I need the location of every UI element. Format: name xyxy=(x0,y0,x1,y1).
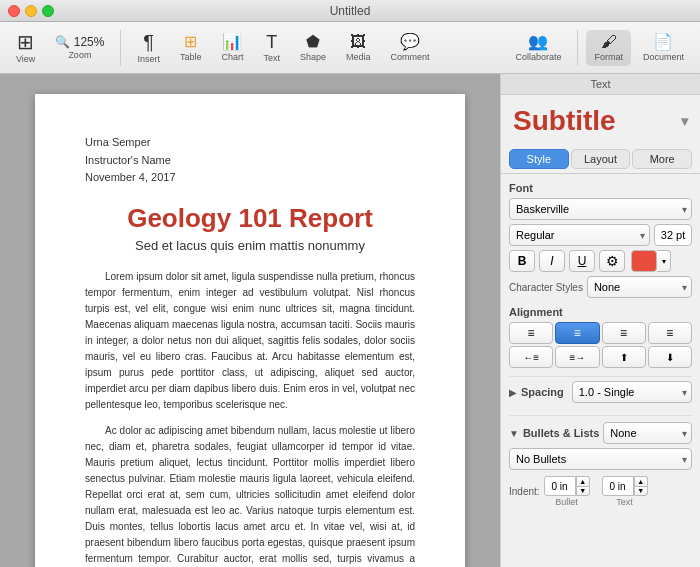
char-styles-wrapper: None xyxy=(587,276,692,298)
alignment-section: Alignment ≡ ≡ ≡ ≡ ←≡ ≡→ ⬆ ⬇ xyxy=(509,306,692,368)
view-label: View xyxy=(16,54,35,64)
indent-row: Indent: ▲ ▼ Bullet xyxy=(509,476,692,507)
comment-group[interactable]: 💬 Comment xyxy=(383,30,438,66)
italic-button[interactable]: I xyxy=(539,250,565,272)
format-icon: 🖌 xyxy=(601,34,617,50)
align-right-button[interactable]: ≡ xyxy=(602,322,646,344)
spacing-select[interactable]: 1.0 - Single xyxy=(572,381,692,403)
no-bullets-wrapper: No Bullets xyxy=(509,448,692,470)
indent-decrease-button[interactable]: ←≡ xyxy=(509,346,553,368)
bullet-indent-input[interactable] xyxy=(544,476,576,496)
text-indent-input[interactable] xyxy=(602,476,634,496)
chart-group[interactable]: 📊 Chart xyxy=(213,30,251,66)
media-group[interactable]: 🖼 Media xyxy=(338,30,379,66)
font-family-select[interactable]: Baskerville xyxy=(509,198,692,220)
window-controls xyxy=(8,5,54,17)
text-group[interactable]: T Text xyxy=(255,29,288,67)
format-buttons-row: B I U ⚙ ▾ xyxy=(509,250,692,272)
format-panel: Text Subtitle ▾ Style Layout More Font B… xyxy=(500,74,700,567)
toolbar-right: 👥 Collaborate 🖌 Format 📄 Document xyxy=(507,30,692,66)
panel-tabs: Style Layout More xyxy=(501,145,700,174)
align-justify-button[interactable]: ≡ xyxy=(648,322,692,344)
bullet-indent-field: ▲ ▼ xyxy=(544,476,590,496)
insert-group[interactable]: ¶ Insert xyxy=(129,28,168,68)
comment-icon: 💬 xyxy=(400,34,420,50)
char-styles-row: Character Styles None xyxy=(509,276,692,298)
bullet-indent-spinner: ▲ ▼ xyxy=(576,476,590,496)
no-bullets-row: No Bullets xyxy=(509,448,692,470)
collaborate-group[interactable]: 👥 Collaborate xyxy=(507,30,569,66)
shape-group[interactable]: ⬟ Shape xyxy=(292,30,334,66)
bullet-indent-up[interactable]: ▲ xyxy=(576,476,590,486)
tab-layout[interactable]: Layout xyxy=(571,149,631,169)
page-body[interactable]: Lorem ipsum dolor sit amet, ligula suspe… xyxy=(85,269,415,567)
header-line3: November 4, 2017 xyxy=(85,169,415,187)
text-gear-button[interactable]: ⚙ xyxy=(599,250,625,272)
font-size-input[interactable] xyxy=(654,224,692,246)
bullet-indent-group: ▲ ▼ Bullet xyxy=(544,476,590,507)
no-bullets-select[interactable]: No Bullets xyxy=(509,448,692,470)
alignment-grid: ≡ ≡ ≡ ≡ ←≡ ≡→ ⬆ ⬇ xyxy=(509,322,692,368)
text-indent-up[interactable]: ▲ xyxy=(634,476,648,486)
collaborate-icon: 👥 xyxy=(528,34,548,50)
table-icon: ⊞ xyxy=(184,34,197,50)
maximize-button[interactable] xyxy=(42,5,54,17)
document-group[interactable]: 📄 Document xyxy=(635,30,692,66)
underline-button[interactable]: U xyxy=(569,250,595,272)
color-dropdown-button[interactable]: ▾ xyxy=(657,250,671,272)
align-left-button[interactable]: ≡ xyxy=(509,322,553,344)
document-area[interactable]: Urna Semper Instructor's Name November 4… xyxy=(0,74,500,567)
font-family-wrapper: Baskerville xyxy=(509,198,692,220)
font-style-select[interactable]: Regular xyxy=(509,224,650,246)
bold-button[interactable]: B xyxy=(509,250,535,272)
chart-label: Chart xyxy=(221,52,243,62)
font-style-wrapper: Regular xyxy=(509,224,650,246)
zoom-group[interactable]: 🔍 125% Zoom xyxy=(47,32,112,64)
minimize-button[interactable] xyxy=(25,5,37,17)
text-indent-down[interactable]: ▼ xyxy=(634,486,648,497)
document-icon: 📄 xyxy=(653,34,673,50)
bullets-select[interactable]: None xyxy=(603,422,692,444)
zoom-label: Zoom xyxy=(68,50,91,60)
text-indent-label: Text xyxy=(616,497,633,507)
insert-icon: ¶ xyxy=(143,32,154,52)
alignment-header: Alignment xyxy=(509,306,692,318)
align-center-button[interactable]: ≡ xyxy=(555,322,599,344)
bullets-header-row: ▼ Bullets & Lists None xyxy=(509,422,692,444)
bullet-indent-label: Bullet xyxy=(555,497,578,507)
media-icon: 🖼 xyxy=(350,34,366,50)
bullets-select-wrapper: None xyxy=(603,422,692,444)
text-indent-spinner: ▲ ▼ xyxy=(634,476,648,496)
format-label: Format xyxy=(594,52,623,62)
bullets-collapse-arrow: ▼ xyxy=(509,428,519,439)
panel-subtitle-text: Subtitle xyxy=(513,105,616,137)
toolbar: ⊞ View 🔍 125% Zoom ¶ Insert ⊞ Table 📊 Ch… xyxy=(0,22,700,74)
table-group[interactable]: ⊞ Table xyxy=(172,30,210,66)
document-label: Document xyxy=(643,52,684,62)
font-section: Font Baskerville Regular xyxy=(509,182,692,298)
font-family-row: Baskerville xyxy=(509,198,692,220)
color-swatch[interactable] xyxy=(631,250,657,272)
char-styles-select[interactable]: None xyxy=(587,276,692,298)
char-styles-label: Character Styles xyxy=(509,282,583,293)
main-area: Urna Semper Instructor's Name November 4… xyxy=(0,74,700,567)
font-section-header: Font xyxy=(509,182,692,194)
format-group[interactable]: 🖌 Format xyxy=(586,30,631,66)
align-top-button[interactable]: ⬆ xyxy=(602,346,646,368)
indent-increase-button[interactable]: ≡→ xyxy=(555,346,599,368)
body-paragraph-2: Ac dolor ac adipiscing amet bibendum nul… xyxy=(85,423,415,567)
close-button[interactable] xyxy=(8,5,20,17)
panel-section-title: Text xyxy=(501,74,700,95)
view-group[interactable]: ⊞ View xyxy=(8,28,43,68)
tab-more[interactable]: More xyxy=(632,149,692,169)
spacing-section[interactable]: ▶ Spacing 1.0 - Single xyxy=(509,376,692,407)
spacing-select-wrapper: 1.0 - Single xyxy=(572,381,692,403)
align-bottom-button[interactable]: ⬇ xyxy=(648,346,692,368)
bullet-indent-down[interactable]: ▼ xyxy=(576,486,590,497)
zoom-icon: 🔍 125% xyxy=(55,36,104,48)
tab-style[interactable]: Style xyxy=(509,149,569,169)
page: Urna Semper Instructor's Name November 4… xyxy=(35,94,465,567)
window-title: Untitled xyxy=(330,4,371,18)
media-label: Media xyxy=(346,52,371,62)
titlebar: Untitled xyxy=(0,0,700,22)
